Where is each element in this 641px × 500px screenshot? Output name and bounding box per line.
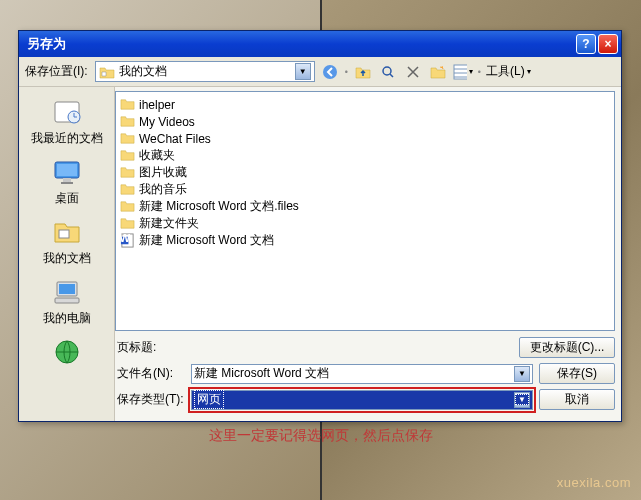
list-item[interactable]: 收藏夹 xyxy=(120,147,610,164)
views-button[interactable]: ▾ xyxy=(453,62,473,82)
save-in-label: 保存位置(I): xyxy=(25,63,88,80)
bottom-panel: 页标题: 更改标题(C)... 文件名(N): 新建 Microsoft Wor… xyxy=(115,331,621,421)
separator: • xyxy=(478,67,481,77)
filetype-dropdown[interactable]: 网页 ▼ xyxy=(191,390,533,410)
svg-text:W: W xyxy=(120,233,130,244)
new-folder-button[interactable] xyxy=(428,62,448,82)
list-item[interactable]: 我的音乐 xyxy=(120,181,610,198)
toolbar: 保存位置(I): 我的文档 ▼ • ▾ • 工具(L)▾ xyxy=(19,57,621,87)
cancel-button[interactable]: 取消 xyxy=(539,389,615,410)
save-in-dropdown[interactable]: 我的文档 ▼ xyxy=(95,61,315,82)
file-list[interactable]: ihelper My Videos WeChat Files 收藏夹 图片收藏 … xyxy=(115,91,615,331)
up-one-level-button[interactable] xyxy=(353,62,373,82)
place-network[interactable] xyxy=(19,333,114,376)
list-item[interactable]: W新建 Microsoft Word 文档 xyxy=(120,232,610,249)
filename-label: 文件名(N): xyxy=(115,365,185,382)
svg-rect-12 xyxy=(55,298,79,303)
close-button[interactable]: × xyxy=(598,34,618,54)
places-bar: 我最近的文档 桌面 我的文档 我的电脑 xyxy=(19,87,115,421)
tools-menu[interactable]: 工具(L)▾ xyxy=(486,63,531,80)
dialog-title: 另存为 xyxy=(27,35,574,53)
place-recent[interactable]: 我最近的文档 xyxy=(19,93,114,153)
svg-rect-8 xyxy=(61,182,73,184)
save-as-dialog: 另存为 ? × 保存位置(I): 我的文档 ▼ • ▾ • 工具(L)▾ 我最近… xyxy=(18,30,622,422)
help-button[interactable]: ? xyxy=(576,34,596,54)
page-title-label: 页标题: xyxy=(115,339,185,356)
svg-rect-9 xyxy=(59,230,69,238)
svg-rect-11 xyxy=(59,284,75,294)
chevron-down-icon[interactable]: ▼ xyxy=(514,366,530,382)
place-my-documents[interactable]: 我的文档 xyxy=(19,213,114,273)
list-item[interactable]: ihelper xyxy=(120,96,610,113)
search-icon[interactable] xyxy=(378,62,398,82)
delete-button[interactable] xyxy=(403,62,423,82)
chevron-down-icon[interactable]: ▼ xyxy=(295,63,311,80)
separator: • xyxy=(345,67,348,77)
svg-rect-6 xyxy=(57,164,77,176)
list-item[interactable]: WeChat Files xyxy=(120,130,610,147)
back-button[interactable] xyxy=(320,62,340,82)
svg-point-1 xyxy=(383,67,391,75)
list-item[interactable]: 新建 Microsoft Word 文档.files xyxy=(120,198,610,215)
filetype-label: 保存类型(T): xyxy=(115,391,185,408)
svg-point-0 xyxy=(323,65,337,79)
place-my-computer[interactable]: 我的电脑 xyxy=(19,273,114,333)
place-desktop[interactable]: 桌面 xyxy=(19,153,114,213)
folder-icon xyxy=(99,64,115,80)
list-item[interactable]: My Videos xyxy=(120,113,610,130)
list-item[interactable]: 图片收藏 xyxy=(120,164,610,181)
save-in-value: 我的文档 xyxy=(119,63,167,80)
change-title-button[interactable]: 更改标题(C)... xyxy=(519,337,615,358)
word-icon: W xyxy=(120,233,135,248)
chevron-down-icon[interactable]: ▼ xyxy=(514,392,530,408)
title-bar[interactable]: 另存为 ? × xyxy=(19,31,621,57)
watermark: xuexila.com xyxy=(557,475,631,490)
list-item[interactable]: 新建文件夹 xyxy=(120,215,610,232)
save-button[interactable]: 保存(S) xyxy=(539,363,615,384)
filename-input[interactable]: 新建 Microsoft Word 文档 ▼ xyxy=(191,364,533,384)
page-title-value xyxy=(191,338,513,358)
annotation-caption: 这里一定要记得选网页，然后点保存 xyxy=(0,427,641,445)
svg-rect-7 xyxy=(63,178,71,182)
